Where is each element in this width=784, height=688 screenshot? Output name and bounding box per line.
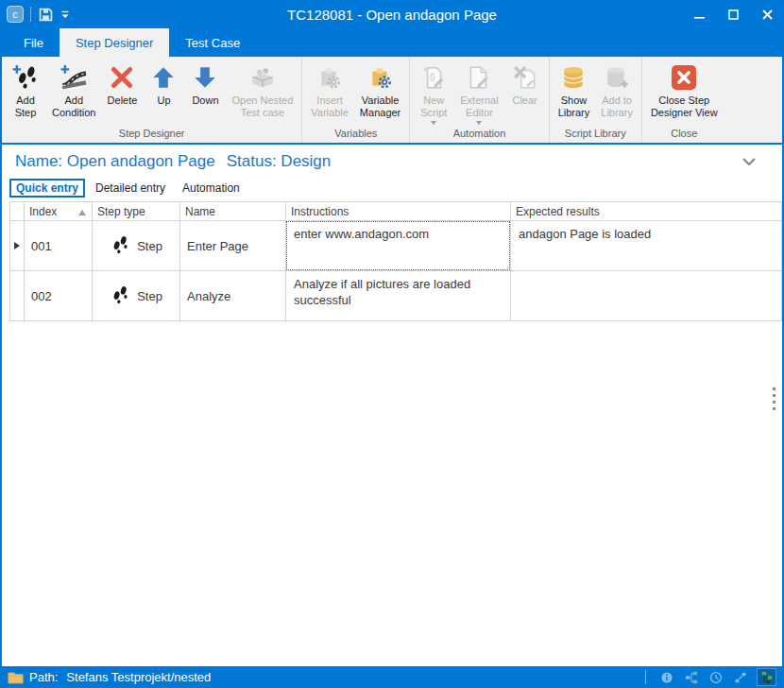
close-step-designer-label: Close Step Designer View <box>651 95 718 119</box>
group-label-step-designer: Step Designer <box>5 128 298 143</box>
external-editor-button[interactable]: External Editor <box>454 60 503 127</box>
tab-file[interactable]: File <box>8 28 60 57</box>
relations-icon[interactable] <box>732 669 748 685</box>
qat-separator <box>30 7 31 22</box>
up-label: Up <box>157 95 170 107</box>
step-designer-panel: Name: Open andagon Page Status: Design Q… <box>2 145 782 666</box>
app-icon[interactable]: c <box>7 6 24 23</box>
add-condition-label: Add Condition <box>52 95 95 119</box>
dependencies-icon[interactable] <box>757 668 776 686</box>
delete-label: Delete <box>108 95 138 107</box>
sort-ascending-icon <box>78 210 86 215</box>
hierarchy-icon[interactable] <box>683 669 699 685</box>
nested-testcase-icon <box>247 62 278 93</box>
column-header-index-label: Index <box>29 205 57 218</box>
add-to-library-button[interactable]: Add to Library <box>595 60 639 121</box>
show-library-button[interactable]: Show Library <box>553 60 596 121</box>
path-value: Stefans Testprojekt/nested <box>66 670 211 684</box>
cell-name[interactable]: Enter Page <box>180 221 286 271</box>
ribbon: Add Step Add Condition <box>2 57 782 143</box>
external-editor-label: External Editor <box>460 95 498 119</box>
history-icon[interactable] <box>707 669 724 685</box>
info-icon[interactable] <box>658 669 674 685</box>
variable-manager-icon <box>366 62 396 93</box>
group-label-close: Close <box>645 128 724 143</box>
cell-expected-results[interactable]: andagon Page is loaded <box>511 221 782 271</box>
insert-variable-icon <box>315 62 345 93</box>
cell-instructions[interactable]: enter www.andagon.com <box>286 221 511 271</box>
add-condition-icon <box>59 62 89 93</box>
testcase-status: Status: Design <box>227 152 332 171</box>
cell-step-type[interactable]: Step <box>93 221 180 271</box>
cell-instructions[interactable]: Analyze if all pictures are loaded succe… <box>286 271 511 321</box>
cell-expected-results[interactable] <box>511 271 782 321</box>
ribbon-group-variables: Insert Variable Variable Manager Variabl… <box>301 57 409 143</box>
entry-tab-bar: Quick entry Detailed entry Automation <box>9 179 782 198</box>
splitter-grip[interactable] <box>773 387 775 410</box>
app-window: TC128081 - Open andagon Page c File Step… <box>0 0 784 688</box>
variable-manager-button[interactable]: Variable Manager <box>354 60 406 121</box>
cell-index[interactable]: 002 <box>25 271 93 321</box>
down-button[interactable]: Down <box>184 60 226 109</box>
down-arrow-icon <box>190 62 220 93</box>
show-library-label: Show Library <box>558 95 590 119</box>
external-editor-icon <box>464 62 494 93</box>
tab-automation[interactable]: Automation <box>176 179 247 198</box>
column-header-expected-results-label: Expected results <box>516 205 600 218</box>
tab-test-case[interactable]: Test Case <box>169 28 256 57</box>
up-button[interactable]: Up <box>143 60 184 109</box>
minimize-button[interactable] <box>682 0 716 28</box>
testcase-name: Name: Open andagon Page <box>15 152 215 171</box>
collapse-chevron-icon[interactable] <box>742 158 756 166</box>
status-bar-tools <box>645 668 776 686</box>
new-script-button[interactable]: {} New Script <box>413 60 454 127</box>
clear-label: Clear <box>512 95 537 107</box>
column-header-expected-results[interactable]: Expected results <box>511 201 782 221</box>
add-to-library-icon <box>602 62 632 93</box>
window-title: TC128081 - Open andagon Page <box>0 7 784 23</box>
status-separator <box>645 670 646 684</box>
group-label-script-library: Script Library <box>553 128 639 143</box>
new-script-dropdown-icon[interactable] <box>431 121 436 125</box>
clear-icon <box>510 62 540 93</box>
cell-index[interactable]: 001 <box>25 221 93 271</box>
row-selector[interactable] <box>9 271 25 321</box>
tab-detailed-entry[interactable]: Detailed entry <box>89 179 172 198</box>
show-library-icon <box>558 62 588 93</box>
add-step-button[interactable]: Add Step <box>5 60 46 121</box>
title-bar: TC128081 - Open andagon Page c <box>0 0 784 28</box>
column-header-index[interactable]: Index <box>25 201 93 221</box>
maximize-button[interactable] <box>716 0 750 28</box>
delete-button[interactable]: Delete <box>101 60 143 109</box>
save-icon[interactable] <box>38 7 54 23</box>
column-header-instructions[interactable]: Instructions <box>286 201 511 221</box>
step-type-label: Step <box>137 289 162 303</box>
clear-button[interactable]: Clear <box>504 60 546 109</box>
ribbon-group-automation: {} New Script Exter <box>409 57 548 143</box>
column-header-instructions-label: Instructions <box>291 205 349 218</box>
new-script-icon: {} <box>418 62 449 93</box>
tab-step-designer[interactable]: Step Designer <box>60 28 169 57</box>
group-label-automation: Automation <box>413 128 545 143</box>
cell-name[interactable]: Analyze <box>180 271 286 321</box>
close-button[interactable] <box>750 0 784 28</box>
column-header-name[interactable]: Name <box>180 201 286 221</box>
row-selector[interactable] <box>9 221 25 271</box>
column-header-step-type-label: Step type <box>97 205 145 218</box>
steps-table: Index Step type Name Instructions Expect… <box>9 201 782 321</box>
variable-manager-label: Variable Manager <box>360 95 401 119</box>
close-step-designer-button[interactable]: Close Step Designer View <box>645 60 724 121</box>
tab-quick-entry[interactable]: Quick entry <box>9 179 85 198</box>
insert-variable-button[interactable]: Insert Variable <box>305 60 354 121</box>
close-step-icon <box>669 62 699 93</box>
open-nested-testcase-button[interactable]: Open Nested Test case <box>226 60 298 121</box>
column-header-step-type[interactable]: Step type <box>93 201 180 221</box>
add-condition-button[interactable]: Add Condition <box>46 60 101 121</box>
current-row-marker-icon <box>14 242 20 249</box>
qat-customize-dropdown-icon[interactable] <box>60 9 70 20</box>
cell-step-type[interactable]: Step <box>93 271 180 321</box>
external-editor-dropdown-icon[interactable] <box>476 121 482 125</box>
folder-icon <box>8 671 24 684</box>
delete-icon <box>107 62 137 93</box>
up-arrow-icon <box>148 62 179 93</box>
